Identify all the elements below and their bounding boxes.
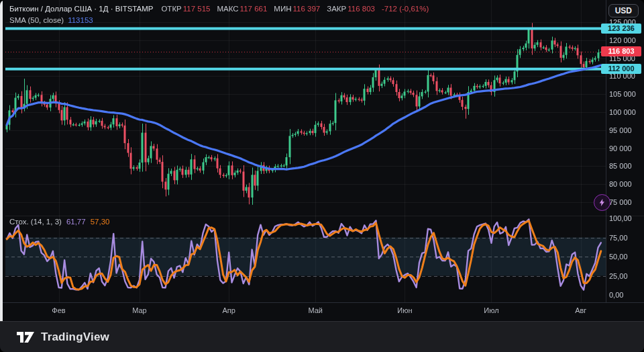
footer-bar: TradingView [0, 321, 644, 352]
ohlc-low: МИН116 397 [274, 5, 320, 13]
symbol-title[interactable]: Биткоин / Доллар США · 1Д · BITSTAMP [9, 5, 153, 13]
chart-canvas[interactable] [0, 0, 644, 321]
legend: Биткоин / Доллар США · 1Д · BITSTAMPОТКР… [9, 4, 429, 26]
price-change: -712 (-0,61%) [382, 5, 429, 13]
price-tick-label: 100 000 [609, 109, 643, 116]
month-label: Июн [397, 306, 412, 314]
lightning-icon [598, 198, 606, 207]
price-tick-label: 75 000 [609, 199, 643, 206]
stoch-tick-label: 25,00 [609, 273, 643, 280]
stoch-tick-label: 100,00 [609, 215, 643, 222]
price-tick-label: 120 000 [609, 37, 643, 44]
price-tick-label: 80 000 [609, 181, 643, 188]
ohlc-open: ОТКР117 515 [161, 5, 210, 13]
price-tick-label: 110 000 [609, 73, 643, 80]
tradingview-chart-window: Биткоин / Доллар США · 1Д · BITSTAMPОТКР… [0, 0, 644, 352]
ohlc-high: МАКС117 661 [217, 5, 267, 13]
month-label: Июл [484, 306, 498, 314]
stoch-k-value: 61,77 [66, 218, 86, 226]
stoch-legend: Стох. (14, 1, 3)61,7757,30 [9, 218, 109, 226]
ohlc-close: ЗАКР116 803 [327, 5, 375, 13]
stoch-tick-label: 75,00 [609, 234, 643, 242]
month-label: Авг [575, 306, 586, 314]
price-tick-label: 105 000 [609, 91, 643, 98]
price-tick-label: 95 000 [609, 127, 643, 134]
boost-button[interactable] [594, 194, 610, 211]
month-label: Фев [52, 306, 65, 314]
price-tick-label: 90 000 [609, 145, 643, 152]
stoch-tick-label: 50,00 [609, 253, 643, 261]
brand-text[interactable]: TradingView [41, 331, 109, 344]
level-price-label-low: 112 000 [601, 64, 641, 74]
stoch-indicator-title[interactable]: Стох. (14, 1, 3) [9, 218, 62, 226]
month-label: Мар [132, 306, 147, 314]
sma-value: 113153 [68, 16, 93, 24]
sma-indicator-title[interactable]: SMA (50, close) [9, 16, 64, 24]
tradingview-logo-icon[interactable] [16, 330, 35, 345]
stoch-d-value: 57,30 [91, 218, 110, 226]
frame-edge [0, 0, 3, 321]
month-label: Апр [222, 306, 235, 314]
level-price-label-high: 123 236 [601, 24, 641, 34]
stoch-tick-label: 0,00 [609, 292, 643, 299]
month-label: Май [308, 306, 323, 314]
price-tick-label: 85 000 [609, 163, 643, 170]
last-price-label: 116 803 [601, 46, 641, 56]
currency-toggle-button[interactable]: USD [608, 4, 639, 17]
